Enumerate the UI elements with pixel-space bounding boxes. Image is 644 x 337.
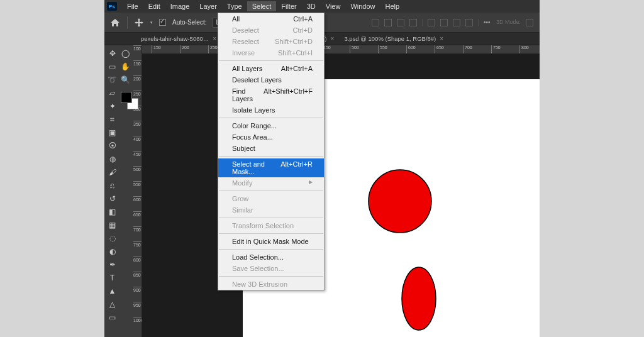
eyedropper-tool[interactable]: ⦿: [106, 139, 119, 152]
ellipse-tool[interactable]: ◯: [119, 47, 132, 60]
blur-tool[interactable]: ◌: [106, 231, 119, 245]
menu-item-shortcut: Ctrl+D: [293, 26, 313, 34]
ruler-vertical: 1001502002503003504004505005506006507007…: [133, 45, 142, 337]
menu-help[interactable]: Help: [380, 1, 405, 11]
move-tool-icon[interactable]: [134, 18, 144, 28]
ruler-tick: 800: [519, 45, 529, 54]
close-icon[interactable]: ×: [331, 35, 335, 42]
close-icon[interactable]: ×: [440, 35, 443, 42]
menu-item-label: Deselect: [232, 26, 259, 34]
wand-tool[interactable]: ✦: [106, 99, 119, 113]
ruler-tick: 150: [152, 45, 161, 54]
marquee-tool[interactable]: ▭: [106, 60, 119, 73]
menu-item-find-layers[interactable]: Find LayersAlt+Shift+Ctrl+F: [218, 86, 324, 104]
gradient-tool[interactable]: ▦: [106, 218, 119, 231]
eraser-tool[interactable]: ◧: [106, 205, 119, 218]
menu-item-label: Load Selection...: [232, 253, 284, 261]
align-icon[interactable]: [384, 19, 392, 26]
menu-type[interactable]: Type: [222, 1, 247, 11]
distribute-icon[interactable]: [465, 19, 473, 26]
pen-tool[interactable]: ✒: [106, 258, 119, 271]
menu-item-label: Deselect Layers: [232, 76, 282, 84]
tab-label: pexels-tahir-shaw-5060…: [141, 35, 209, 42]
menu-window[interactable]: Window: [345, 1, 380, 11]
distribute-icon[interactable]: [440, 19, 448, 26]
menu-3d[interactable]: 3D: [302, 1, 321, 11]
menu-item-subject[interactable]: Subject: [218, 143, 324, 154]
menu-select[interactable]: Select: [247, 1, 277, 11]
ruler-tick: 800: [133, 257, 142, 262]
menu-item-deselect-layers[interactable]: Deselect Layers: [218, 74, 324, 86]
ruler-tick: 500: [133, 166, 142, 172]
poly-lasso-tool[interactable]: ▱: [106, 86, 119, 99]
auto-select-checkbox[interactable]: [159, 19, 166, 26]
menu-item-edit-in-quick-mask-mode[interactable]: Edit in Quick Mask Mode: [218, 236, 324, 247]
ruler-tick: 950: [133, 302, 142, 307]
align-icon[interactable]: [397, 19, 404, 26]
stamp-tool[interactable]: ⎌: [106, 179, 119, 192]
menu-item-isolate-layers[interactable]: Isolate Layers: [218, 104, 324, 116]
ruler-tick: 900: [133, 287, 142, 292]
hand-tool[interactable]: ✋: [119, 60, 132, 73]
distribute-icon[interactable]: [453, 19, 460, 26]
distribute-icon[interactable]: [428, 19, 435, 26]
tools-panel: ✥▭➰▱✦⌗▣⦿◍🖌⎌↺◧▦◌◐✒T▲△▭◯✋🔍: [104, 45, 133, 337]
lasso-tool[interactable]: ➰: [106, 73, 119, 86]
menu-item-grow: Grow: [218, 193, 324, 204]
menu-item-label: Edit in Quick Mask Mode: [232, 238, 309, 245]
menu-file[interactable]: File: [122, 1, 143, 11]
menu-item-shortcut: Shift+Ctrl+D: [275, 38, 313, 45]
menu-edit[interactable]: Edit: [143, 1, 165, 11]
menu-item-transform-selection: Transform Selection: [218, 220, 324, 231]
menu-item-reselect: ReselectShift+Ctrl+D: [218, 36, 324, 47]
close-icon[interactable]: ×: [213, 35, 216, 42]
separator: [127, 16, 128, 29]
heal-tool[interactable]: ◍: [106, 152, 119, 165]
brush-tool[interactable]: 🖌: [106, 165, 119, 179]
foreground-swatch[interactable]: [121, 92, 132, 103]
direct-select-tool[interactable]: △: [106, 297, 119, 311]
menu-item-focus-area[interactable]: Focus Area...: [218, 131, 324, 143]
menu-item-all-layers[interactable]: All LayersAlt+Ctrl+A: [218, 63, 324, 74]
path-select-tool[interactable]: ▲: [106, 284, 119, 297]
menu-item-select-and-mask[interactable]: Select and Mask...Alt+Ctrl+R: [218, 158, 324, 177]
type-tool[interactable]: T: [106, 271, 119, 284]
zoom-tool[interactable]: 🔍: [119, 73, 132, 86]
shape-circle[interactable]: [369, 170, 431, 233]
move-tool[interactable]: ✥: [106, 47, 119, 60]
ruler-tick: 400: [133, 136, 142, 141]
dodge-tool[interactable]: ◐: [106, 245, 119, 258]
mode-3d-icon[interactable]: [526, 19, 533, 26]
crop-tool[interactable]: ⌗: [106, 113, 119, 126]
align-icon[interactable]: [409, 19, 417, 26]
color-swatches[interactable]: [119, 90, 145, 111]
tool-dropdown-icon[interactable]: ▾: [150, 20, 153, 25]
rectangle-tool[interactable]: ▭: [106, 311, 119, 324]
more-icon[interactable]: •••: [484, 19, 491, 26]
menu-item-shortcut: Alt+Ctrl+A: [281, 65, 313, 72]
menu-item-label: Transform Selection: [232, 222, 294, 229]
document-tab[interactable]: pexels-tahir-shaw-5060…×: [136, 34, 221, 43]
ruler-tick: 1000: [133, 317, 142, 323]
canvas-area[interactable]: [142, 54, 540, 337]
shape-ellipse[interactable]: [402, 267, 436, 330]
menu-item-label: Save Selection...: [232, 265, 284, 272]
document-tab[interactable]: 3.psd @ 100% (Shape 1, RGB/8#)×: [339, 34, 448, 43]
menu-item-new-3d-extrusion: New 3D Extrusion: [218, 279, 324, 290]
menu-separator: [219, 233, 323, 234]
ruler-tick: 700: [463, 45, 472, 54]
menu-item-color-range[interactable]: Color Range...: [218, 120, 324, 131]
menu-layer[interactable]: Layer: [194, 1, 222, 11]
menu-item-load-selection[interactable]: Load Selection...: [218, 251, 324, 263]
frame-tool[interactable]: ▣: [106, 126, 119, 139]
menu-item-label: Similar: [232, 206, 253, 214]
menu-image[interactable]: Image: [165, 1, 195, 11]
menu-filter[interactable]: Filter: [276, 1, 301, 11]
menu-separator: [219, 191, 323, 191]
menu-item-inverse: InverseShift+Ctrl+I: [218, 47, 324, 58]
menu-item-all[interactable]: AllCtrl+A: [218, 13, 324, 25]
menu-view[interactable]: View: [321, 1, 346, 11]
align-icon[interactable]: [372, 19, 379, 26]
history-brush-tool[interactable]: ↺: [106, 192, 119, 205]
home-icon[interactable]: [109, 18, 121, 28]
